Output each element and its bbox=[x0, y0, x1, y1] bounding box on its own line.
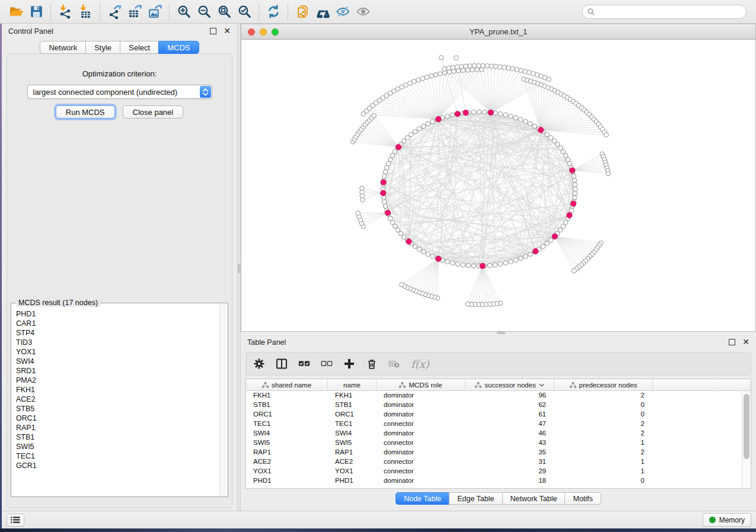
table-cell-shared_name[interactable]: SWI4 bbox=[246, 429, 328, 438]
table-cell-predecessor[interactable]: 0 bbox=[554, 476, 653, 486]
window-minimize-icon[interactable] bbox=[260, 28, 267, 36]
table-cell-successor[interactable]: 61 bbox=[465, 410, 554, 419]
export-image-icon[interactable] bbox=[145, 2, 165, 21]
tab-network[interactable]: Network bbox=[40, 41, 85, 54]
window-close-icon[interactable] bbox=[248, 28, 255, 36]
table-cell-shared_name[interactable]: PHD1 bbox=[246, 476, 328, 486]
zoom-in-icon[interactable] bbox=[174, 2, 194, 21]
clone-network-icon[interactable] bbox=[292, 2, 312, 21]
result-node-item[interactable]: PMA2 bbox=[16, 376, 219, 385]
table-row[interactable]: TEC1TEC1connector472 bbox=[246, 419, 742, 429]
result-node-item[interactable]: YOX1 bbox=[16, 347, 219, 357]
result-node-item[interactable]: GCR1 bbox=[16, 461, 219, 470]
table-cell-successor[interactable]: 62 bbox=[465, 400, 554, 410]
table-cell-shared_name[interactable]: RAP1 bbox=[246, 448, 328, 457]
splitter-grip[interactable] bbox=[238, 264, 240, 273]
column-header-shared-name[interactable]: shared name bbox=[246, 379, 328, 390]
tab-motifs[interactable]: Motifs bbox=[564, 492, 601, 505]
table-cell-successor[interactable]: 18 bbox=[465, 476, 554, 486]
task-history-icon[interactable] bbox=[7, 514, 24, 527]
search-field[interactable] bbox=[582, 5, 747, 19]
table-cell-predecessor[interactable]: 2 bbox=[554, 419, 653, 429]
table-cell-successor[interactable]: 31 bbox=[465, 457, 554, 467]
table-row[interactable]: FKH1FKH1dominator962 bbox=[246, 391, 742, 400]
deselect-all-icon[interactable] bbox=[321, 358, 333, 370]
tab-select[interactable]: Select bbox=[120, 41, 158, 54]
table-cell-shared_name[interactable]: ORC1 bbox=[246, 410, 328, 419]
table-cell-shared_name[interactable]: SWI5 bbox=[246, 438, 328, 448]
open-folder-icon[interactable] bbox=[6, 2, 26, 21]
table-cell-mcds_role[interactable]: dominator bbox=[377, 400, 465, 410]
table-cell-name[interactable]: YOX1 bbox=[328, 467, 377, 476]
table-cell-shared_name[interactable]: YOX1 bbox=[246, 467, 328, 476]
table-cell-mcds_role[interactable]: connector bbox=[377, 438, 465, 448]
zoom-out-icon[interactable] bbox=[194, 2, 214, 21]
table-cell-name[interactable]: ORC1 bbox=[328, 410, 377, 419]
table-cell-name[interactable]: SWI5 bbox=[328, 438, 377, 448]
table-cell-successor[interactable]: 47 bbox=[465, 419, 554, 429]
table-cell-name[interactable]: PHD1 bbox=[328, 476, 377, 486]
result-node-item[interactable]: CAR1 bbox=[16, 319, 219, 328]
table-row[interactable]: RAP1RAP1dominator352 bbox=[246, 448, 742, 457]
table-cell-predecessor[interactable]: 1 bbox=[554, 467, 653, 476]
result-node-item[interactable]: PHD1 bbox=[16, 309, 219, 319]
gear-icon[interactable] bbox=[253, 358, 265, 370]
table-cell-successor[interactable]: 43 bbox=[465, 438, 554, 448]
result-node-item[interactable]: FKH1 bbox=[16, 385, 219, 395]
hide-details-icon[interactable] bbox=[333, 2, 353, 21]
result-node-item[interactable]: ORC1 bbox=[16, 414, 219, 423]
memory-button[interactable]: Memory bbox=[703, 513, 751, 527]
table-cell-successor[interactable]: 35 bbox=[465, 448, 554, 457]
search-network-icon[interactable] bbox=[312, 2, 333, 21]
table-cell-name[interactable]: RAP1 bbox=[328, 448, 377, 457]
zoom-selected-icon[interactable] bbox=[234, 2, 254, 21]
table-cell-predecessor[interactable]: 1 bbox=[554, 457, 653, 467]
table-cell-name[interactable]: SWI4 bbox=[328, 429, 377, 438]
table-cell-shared_name[interactable]: STB1 bbox=[246, 400, 328, 410]
result-node-item[interactable]: SRD1 bbox=[16, 366, 219, 376]
close-panel-icon[interactable]: ✕ bbox=[742, 339, 749, 345]
result-node-item[interactable]: SWI4 bbox=[16, 357, 219, 366]
scrollbar-thumb[interactable] bbox=[744, 394, 749, 459]
network-window-titlebar[interactable]: YPA_prune.txt_1 bbox=[241, 24, 755, 40]
delete-table-icon[interactable] bbox=[388, 358, 400, 370]
column-header-successor-nodes[interactable]: successor nodes bbox=[465, 379, 554, 390]
network-graph[interactable] bbox=[241, 40, 755, 331]
table-row[interactable]: YOX1YOX1connector291 bbox=[246, 467, 742, 476]
column-header-name[interactable]: name bbox=[328, 379, 377, 390]
result-list-scrollbar[interactable] bbox=[219, 304, 227, 496]
table-row[interactable]: SWI4SWI4dominator462 bbox=[246, 429, 742, 438]
result-node-item[interactable]: ACE2 bbox=[16, 395, 219, 404]
table-cell-predecessor[interactable]: 2 bbox=[554, 448, 653, 457]
result-node-item[interactable]: RAP1 bbox=[16, 423, 219, 432]
result-node-item[interactable]: STB1 bbox=[16, 432, 219, 442]
table-cell-name[interactable]: FKH1 bbox=[328, 391, 377, 400]
table-cell-mcds_role[interactable]: dominator bbox=[377, 410, 465, 419]
tab-style[interactable]: Style bbox=[85, 41, 120, 54]
tab-network-table[interactable]: Network Table bbox=[502, 492, 565, 505]
table-cell-mcds_role[interactable]: dominator bbox=[377, 476, 465, 486]
table-cell-successor[interactable]: 46 bbox=[465, 429, 554, 438]
import-table-icon[interactable] bbox=[75, 2, 95, 21]
search-input[interactable] bbox=[598, 8, 741, 16]
function-builder-icon[interactable]: f(x) bbox=[411, 358, 429, 370]
run-mcds-button[interactable]: Run MCDS bbox=[56, 105, 115, 118]
splitter-grip[interactable] bbox=[497, 332, 505, 334]
result-node-item[interactable]: TEC1 bbox=[16, 451, 219, 461]
column-header-predecessor-nodes[interactable]: predecessor nodes bbox=[554, 379, 653, 390]
table-cell-predecessor[interactable]: 2 bbox=[554, 391, 653, 400]
table-cell-mcds_role[interactable]: connector bbox=[377, 467, 465, 476]
table-cell-predecessor[interactable]: 0 bbox=[554, 400, 653, 410]
result-node-item[interactable]: SWI5 bbox=[16, 442, 219, 451]
table-cell-successor[interactable]: 96 bbox=[465, 391, 554, 400]
close-panel-icon[interactable]: ✕ bbox=[224, 28, 231, 34]
select-all-icon[interactable] bbox=[298, 358, 310, 370]
result-node-item[interactable]: STB5 bbox=[16, 404, 219, 414]
add-column-icon[interactable] bbox=[343, 358, 355, 370]
window-zoom-icon[interactable] bbox=[272, 28, 279, 36]
table-scrollbar[interactable] bbox=[742, 391, 751, 488]
column-view-icon[interactable] bbox=[276, 358, 288, 370]
import-network-icon[interactable] bbox=[55, 2, 75, 21]
table-cell-shared_name[interactable]: TEC1 bbox=[246, 419, 328, 429]
column-header-MCDS-role[interactable]: MCDS role bbox=[377, 379, 465, 390]
